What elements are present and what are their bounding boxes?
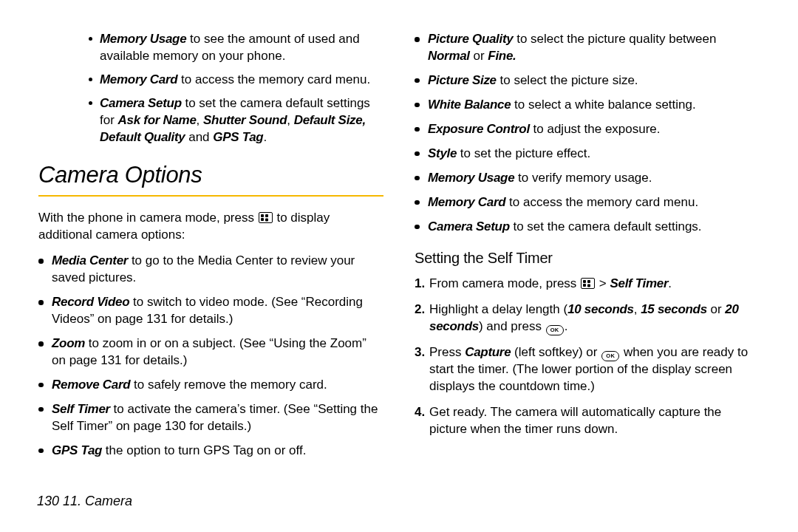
ok-icon: OK [546,325,564,335]
list-item: Record Video to switch to video mode. (S… [38,294,383,328]
text: to select a white balance setting. [511,98,695,112]
text: > [596,276,610,290]
text: to set the camera default settings. [510,219,702,233]
opt: Ask for Name [118,113,197,127]
term: Picture Quality [428,32,513,46]
term: Camera Setup [100,96,182,110]
page-number: 130 [37,494,59,508]
term: Record Video [52,295,129,309]
text: , [287,113,293,127]
text: , [197,113,203,127]
list-item: Camera Setup to set the camera default s… [415,219,760,236]
text: to set the picture effect. [457,146,590,160]
section-heading: Camera Options [38,160,383,197]
text: . [668,276,672,290]
list-item: Memory Card to access the memory card me… [415,194,760,211]
term: Exposure Control [428,122,530,136]
list-item: Memory Usage to verify memory usage. [415,170,760,187]
term: White Balance [428,98,511,112]
term: Zoom [52,336,85,350]
step-item: Highlight a delay length (10 seconds, 15… [415,301,760,335]
list-item: Media Center to go to the Media Center t… [38,253,383,287]
page-body: Memory Usage to see the amount of used a… [0,0,798,467]
term: Style [428,146,457,160]
step-item: From camera mode, press > Self Timer. [415,276,760,293]
list-item: Self Timer to activate the camera’s time… [38,401,383,435]
right-column: Picture Quality to select the picture qu… [415,31,760,467]
term: Picture Size [428,73,497,87]
text: or [470,49,488,63]
text: . [263,130,267,144]
list-item: Remove Card to safely remove the memory … [38,377,383,394]
opt: Shutter Sound [203,113,287,127]
text: or [707,302,726,316]
opt: 15 seconds [641,302,707,316]
text: With the phone in camera mode, press [38,211,258,225]
text: to zoom in or on a subject. (See “Using … [52,336,366,367]
text: . [565,319,568,333]
options-list-right: Picture Quality to select the picture qu… [415,31,760,235]
text: From camera mode, press [429,276,580,290]
sub-heading: Setting the Self Timer [415,248,760,268]
opt: GPS Tag [213,130,263,144]
term: Memory Usage [100,32,186,46]
text: Highlight a delay length ( [429,302,567,316]
opt: Default Quality [100,130,185,144]
text: to adjust the exposure. [530,122,661,136]
page-footer: 130 11. Camera [37,492,132,510]
ok-icon: OK [601,351,619,361]
text: ) and press [479,319,545,333]
text: to safely remove the memory card. [130,378,327,392]
term: Self Timer [52,402,110,416]
term: Memory Card [100,72,177,86]
text: to access the memory card menu. [505,195,698,209]
opt: Capture [465,345,511,359]
list-item: Camera Setup to set the camera default s… [89,95,383,146]
list-item: Picture Size to select the picture size. [415,72,760,89]
text: Get ready. The camera will automatically… [429,405,721,436]
menu-icon [259,212,273,223]
list-item: Picture Quality to select the picture qu… [415,31,760,65]
term: Memory Usage [428,171,514,185]
term: Camera Setup [428,219,510,233]
step-item: Press Capture (left softkey) or OK when … [415,344,760,395]
term: Media Center [52,253,128,267]
chapter-label: 11. Camera [63,494,132,508]
options-list: Media Center to go to the Media Center t… [38,253,383,459]
list-item: Zoom to zoom in or on a subject. (See “U… [38,335,383,369]
opt: Self Timer [610,276,668,290]
term: GPS Tag [52,443,102,457]
list-item: GPS Tag the option to turn GPS Tag on or… [38,443,383,460]
opt: Fine. [488,49,516,63]
text: and [185,130,213,144]
continued-list: Memory Usage to see the amount of used a… [89,31,383,146]
text: to select the picture quality between [513,32,716,46]
opt: Normal [428,49,470,63]
steps-list: From camera mode, press > Self Timer. Hi… [415,276,760,438]
text: to access the memory card menu. [177,72,370,86]
list-item: Exposure Control to adjust the exposure. [415,121,760,138]
list-item: Memory Card to access the memory card me… [89,72,383,89]
text: (left softkey) or [511,345,601,359]
opt: Default Size, [294,113,366,127]
list-item: Style to set the picture effect. [415,146,760,163]
term: Remove Card [52,378,130,392]
text: to verify memory usage. [514,171,652,185]
menu-icon [581,278,595,289]
opt: 10 seconds [567,302,634,316]
text: the option to turn GPS Tag on or off. [102,443,306,457]
text: , [634,302,641,316]
term: Memory Card [428,195,505,209]
text: to select the picture size. [497,73,638,87]
text: Press [429,345,465,359]
left-column: Memory Usage to see the amount of used a… [38,31,383,467]
list-item: Memory Usage to see the amount of used a… [89,31,383,65]
intro-paragraph: With the phone in camera mode, press to … [38,210,383,244]
list-item: White Balance to select a white balance … [415,97,760,114]
step-item: Get ready. The camera will automatically… [415,404,760,438]
